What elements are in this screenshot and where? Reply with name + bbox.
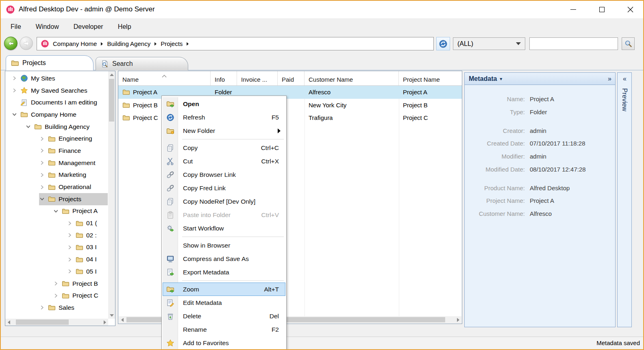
tree-item-03-i[interactable]: 03 I	[6, 241, 108, 254]
menu-item-label: Open	[183, 100, 199, 108]
scroll-up-arrow[interactable]	[108, 71, 115, 78]
chevron-down-icon[interactable]	[39, 196, 45, 202]
chevron-right-icon[interactable]	[67, 257, 73, 263]
menu-item-copy-noderef-dev-only-[interactable]: Copy NodeRef [Dev Only]	[163, 195, 285, 208]
chevron-right-icon[interactable]	[39, 136, 45, 142]
chevron-right-icon[interactable]	[53, 293, 59, 299]
metadata-panel-header[interactable]: Metadata ▾ »	[465, 73, 615, 85]
tree-item-02-[interactable]: 02 :	[6, 229, 108, 241]
tab-search[interactable]: Search	[96, 57, 188, 70]
breadcrumb-item[interactable]: Building Agency	[107, 40, 150, 47]
tab-projects[interactable]: Projects	[6, 55, 94, 70]
close-button[interactable]	[621, 1, 640, 18]
menu-item-copy-fred-link[interactable]: Copy Fred Link	[163, 181, 285, 195]
tree-item-sales[interactable]: Sales	[6, 302, 108, 314]
menu-developer[interactable]: Developer	[74, 23, 103, 30]
column-header-paid[interactable]: Paid	[278, 71, 305, 85]
menu-item-start-workflow[interactable]: Start Workflow	[163, 222, 285, 235]
menu-item-rename[interactable]: RenameF2	[163, 323, 285, 336]
chevron-right-icon[interactable]	[67, 220, 73, 226]
tree-item-marketing[interactable]: Marketing	[6, 169, 108, 181]
back-button[interactable]	[4, 37, 17, 50]
chevron-right-icon[interactable]	[39, 160, 45, 166]
expand-panel-icon[interactable]: »	[608, 75, 611, 83]
tree-vscroll-thumb[interactable]	[109, 79, 114, 122]
scroll-right-arrow[interactable]	[101, 319, 108, 326]
tree-item-engineering[interactable]: Engineering	[6, 133, 108, 145]
chevron-right-icon[interactable]	[39, 148, 45, 154]
preview-panel-collapsed[interactable]: « Preview	[617, 72, 632, 327]
menu-item-show-in-browser[interactable]: Show in Browser	[163, 239, 285, 252]
filter-dropdown[interactable]: (ALL)	[453, 37, 525, 50]
column-header-customer-name[interactable]: Customer Name	[305, 71, 399, 85]
menu-item-new-folder[interactable]: New Folder	[163, 124, 285, 137]
breadcrumb-item[interactable]: Projects	[161, 40, 183, 47]
minimize-button[interactable]	[564, 1, 583, 18]
menu-item-edit-metadata[interactable]: Edit Metadata	[163, 296, 285, 309]
tree-item-project-a[interactable]: Project A	[6, 205, 108, 217]
chevron-right-icon[interactable]	[67, 268, 73, 274]
menu-file[interactable]: File	[11, 23, 21, 30]
menu-window[interactable]: Window	[36, 23, 59, 30]
chevron-down-icon[interactable]	[53, 208, 59, 214]
chevron-right-icon[interactable]	[11, 75, 17, 81]
chevron-right-icon[interactable]	[39, 304, 45, 311]
maximize-button[interactable]	[592, 1, 611, 18]
breadcrumb-arrow-icon[interactable]	[154, 42, 157, 46]
forward-button[interactable]	[20, 37, 33, 50]
chevron-right-icon[interactable]	[67, 232, 73, 238]
tree-item-04-i[interactable]: 04 I	[6, 253, 108, 265]
search-button[interactable]	[622, 37, 635, 50]
menu-item-add-to-favorites[interactable]: Add to Favorites	[163, 336, 285, 350]
tree-vertical-scrollbar[interactable]	[108, 71, 115, 319]
column-header-name[interactable]: Name	[118, 71, 211, 85]
tree-item-project-c[interactable]: Project C	[6, 289, 108, 302]
tree-item-operational[interactable]: Operational	[6, 181, 108, 193]
tree-item-projects[interactable]: Projects	[6, 193, 108, 205]
tree-hscroll-thumb[interactable]	[16, 320, 69, 325]
menu-item-refresh[interactable]: RefreshF5	[163, 111, 285, 124]
column-header-invoice-[interactable]: Invoice ...	[237, 71, 278, 85]
tree-item-project-b[interactable]: Project B	[6, 278, 108, 290]
folder-icon	[48, 183, 56, 191]
breadcrumb-arrow-icon[interactable]	[100, 42, 103, 46]
refresh-button[interactable]	[436, 37, 450, 50]
menu-item-cut[interactable]: CutCtrl+X	[163, 154, 285, 168]
chevron-right-icon[interactable]	[11, 87, 17, 93]
tree-item-management[interactable]: Management	[6, 157, 108, 169]
tree-item-01-[interactable]: 01 (	[6, 217, 108, 229]
menu-item-open[interactable]: Open	[163, 97, 285, 111]
scroll-down-arrow[interactable]	[108, 312, 115, 319]
breadcrumb-arrow-icon[interactable]	[186, 42, 189, 46]
chevron-down-icon[interactable]	[11, 111, 17, 117]
tree-item-building-agency[interactable]: Building Agency	[6, 121, 108, 133]
tree-horizontal-scrollbar[interactable]	[5, 319, 108, 326]
tree-item-my-sites[interactable]: My Sites	[6, 72, 108, 85]
scroll-left-arrow[interactable]	[119, 316, 126, 323]
tree-item-company-home[interactable]: Company Home	[6, 109, 108, 121]
chevron-down-icon[interactable]: ▾	[500, 76, 502, 82]
tree-item-finance[interactable]: Finance	[6, 145, 108, 157]
menu-item-compress-and-save-as[interactable]: Compress and Save As	[163, 252, 285, 265]
menu-item-copy[interactable]: CopyCtrl+C	[163, 141, 285, 154]
chevron-down-icon[interactable]	[25, 124, 31, 130]
menu-help[interactable]: Help	[118, 23, 131, 30]
column-header-info[interactable]: Info	[211, 71, 237, 85]
menu-item-zoom[interactable]: ZoomAlt+T	[163, 283, 285, 296]
collapse-panel-icon[interactable]: «	[618, 75, 631, 83]
chevron-right-icon[interactable]	[39, 172, 45, 178]
chevron-right-icon[interactable]	[53, 280, 59, 287]
menu-item-copy-browser-link[interactable]: Copy Browser Link	[163, 168, 285, 181]
chevron-right-icon[interactable]	[67, 244, 73, 250]
scroll-left-arrow[interactable]	[5, 319, 12, 326]
chevron-right-icon[interactable]	[39, 184, 45, 190]
column-header-project-name[interactable]: Project Name	[399, 71, 462, 85]
scroll-right-arrow[interactable]	[455, 316, 461, 323]
breadcrumb-item[interactable]: Company Home	[53, 40, 97, 47]
search-input[interactable]	[529, 37, 618, 50]
tree-item-documents-i-am-editing[interactable]: Documents I am editing	[6, 96, 108, 109]
tree-item-05-i[interactable]: 05 I	[6, 265, 108, 278]
tree-item-my-saved-searches[interactable]: My Saved Searches	[6, 85, 108, 97]
menu-item-export-metadata[interactable]: Export Metadata	[163, 265, 285, 279]
menu-item-delete[interactable]: DeleteDel	[163, 309, 285, 323]
